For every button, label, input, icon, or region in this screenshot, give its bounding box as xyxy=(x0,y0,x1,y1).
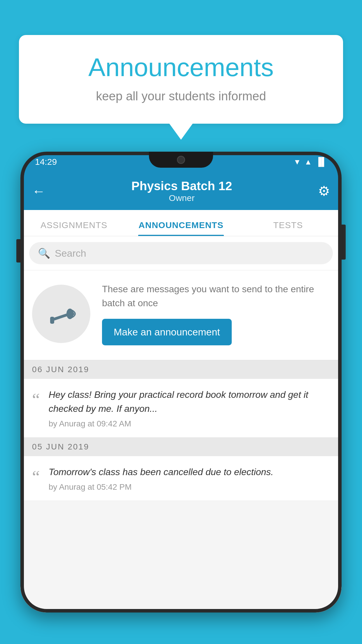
search-container: 🔍 Search xyxy=(20,236,342,270)
front-camera xyxy=(177,156,185,164)
tab-tests[interactable]: TESTS xyxy=(235,220,342,236)
search-bar[interactable]: 🔍 Search xyxy=(29,242,333,264)
make-announcement-button[interactable]: Make an announcement xyxy=(102,319,232,345)
announcement-text-2: Tomorrow's class has been cancelled due … xyxy=(49,465,330,479)
announcement-item-1[interactable]: “ Hey class! Bring your practical record… xyxy=(20,379,342,438)
app-header: ← Physics Batch 12 Owner ⚙ xyxy=(20,172,342,210)
announcement-text-group-1: Hey class! Bring your practical record b… xyxy=(49,388,330,428)
announcements-subtitle: keep all your students informed xyxy=(42,89,320,103)
tabs-bar: ASSIGNMENTS ANNOUNCEMENTS TESTS xyxy=(20,210,342,236)
announcement-text-1: Hey class! Bring your practical record b… xyxy=(49,388,330,416)
phone-container: 14:29 ▼ ▲ ▐▌ ← Physics Batch 12 Owner ⚙ … xyxy=(20,152,342,644)
announcement-item-2[interactable]: “ Tomorrow's class has been cancelled du… xyxy=(20,456,342,501)
search-placeholder: Search xyxy=(55,248,86,259)
volume-button xyxy=(16,239,20,262)
batch-title: Physics Batch 12 xyxy=(45,179,318,193)
signal-icon: ▲ xyxy=(305,158,312,167)
header-title-group: Physics Batch 12 Owner xyxy=(45,179,318,203)
battery-icon: ▐▌ xyxy=(315,157,327,167)
date-separator-1: 06 JUN 2019 xyxy=(20,360,342,379)
promo-icon-circle xyxy=(32,285,90,343)
speech-bubble-arrow xyxy=(169,124,193,140)
promo-description: These are messages you want to send to t… xyxy=(102,282,330,310)
quote-icon-1: “ xyxy=(32,391,40,408)
svg-rect-2 xyxy=(50,317,54,324)
status-time: 14:29 xyxy=(35,157,57,167)
promo-card: These are messages you want to send to t… xyxy=(20,270,342,360)
speech-bubble-card: Announcements keep all your students inf… xyxy=(19,35,343,124)
announcements-title: Announcements xyxy=(42,52,320,82)
status-icons: ▼ ▲ ▐▌ xyxy=(294,157,327,167)
tab-assignments[interactable]: ASSIGNMENTS xyxy=(20,220,127,236)
content-area: 🔍 Search xyxy=(20,236,342,612)
owner-label: Owner xyxy=(45,193,318,203)
settings-icon[interactable]: ⚙ xyxy=(318,183,330,199)
announcement-text-group-2: Tomorrow's class has been cancelled due … xyxy=(49,465,330,492)
search-icon: 🔍 xyxy=(38,247,50,259)
megaphone-icon xyxy=(47,299,76,328)
power-button xyxy=(342,225,346,260)
back-button[interactable]: ← xyxy=(32,184,45,198)
quote-icon-2: “ xyxy=(32,468,40,485)
announcement-meta-2: by Anurag at 05:42 PM xyxy=(49,482,330,492)
date-separator-2: 05 JUN 2019 xyxy=(20,438,342,456)
speech-bubble-wrapper: Announcements keep all your students inf… xyxy=(19,35,343,140)
promo-right: These are messages you want to send to t… xyxy=(102,282,330,345)
tab-announcements[interactable]: ANNOUNCEMENTS xyxy=(127,220,234,236)
wifi-icon: ▼ xyxy=(294,158,301,167)
phone-frame: 14:29 ▼ ▲ ▐▌ ← Physics Batch 12 Owner ⚙ … xyxy=(20,152,342,612)
phone-notch xyxy=(149,152,213,168)
announcement-meta-1: by Anurag at 09:42 AM xyxy=(49,419,330,428)
